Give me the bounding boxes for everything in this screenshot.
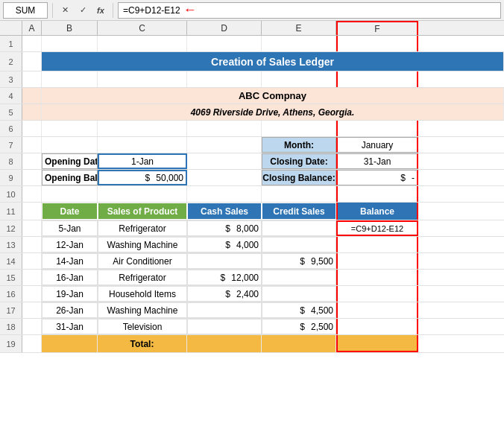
cell-a18[interactable] [22,319,42,334]
cell-product-18[interactable]: Television [98,319,187,334]
function-icon[interactable]: fx [93,3,108,18]
cell-date-12[interactable]: 5-Jan [42,220,98,236]
cell-cash-12[interactable]: $ 8,000 [187,220,262,236]
cell-product-12[interactable]: Refrigerator [98,220,187,236]
cell-f6[interactable] [336,121,418,136]
name-box[interactable]: SUM [3,2,48,19]
cell-month-val[interactable]: January [336,137,418,153]
cell-d9[interactable] [187,170,262,185]
cell-a15[interactable] [22,270,42,285]
cell-a10[interactable] [22,186,42,202]
cell-d3[interactable] [187,71,262,87]
cell-month-label[interactable]: Month: [262,137,336,153]
cell-f1[interactable] [336,36,418,51]
cell-h-product[interactable]: Sales of Product [98,203,187,220]
cell-e1[interactable] [262,36,336,51]
cell-c7[interactable] [98,137,187,153]
cell-open-date-val[interactable]: 1-Jan [98,153,187,169]
cell-b6[interactable] [42,121,98,136]
cell-f13[interactable] [336,237,418,252]
cell-b19[interactable] [42,335,98,352]
cell-credit-14[interactable]: $ 9,500 [262,253,336,269]
cell-cash-14[interactable] [187,253,262,269]
cell-product-17[interactable]: Washing Machine [98,302,187,318]
cell-d8[interactable] [187,153,262,169]
col-header-a[interactable]: A [22,21,42,35]
cell-date-18[interactable]: 31-Jan [42,319,98,334]
cell-a14[interactable] [22,253,42,269]
cell-h-credit[interactable]: Credit Sales [262,203,336,220]
cell-a2[interactable] [22,52,42,71]
cell-date-16[interactable]: 19-Jan [42,286,98,302]
cell-a4[interactable] [22,88,42,104]
col-header-e[interactable]: E [262,21,336,35]
cell-a12[interactable] [22,220,42,236]
col-header-d[interactable]: D [187,21,262,35]
cell-a17[interactable] [22,302,42,318]
cell-a16[interactable] [22,286,42,302]
cell-c10[interactable] [98,186,187,202]
cell-credit-17[interactable]: $ 4,500 [262,302,336,318]
cell-f15[interactable] [336,270,418,285]
cell-a8[interactable] [22,153,42,169]
cell-d10[interactable] [187,186,262,202]
cell-title[interactable]: Creation of Sales Ledger [42,52,504,71]
col-header-b[interactable]: B [42,21,98,35]
cell-cash-15[interactable]: $ 12,000 [187,270,262,285]
cell-product-15[interactable]: Refrigerator [98,270,187,285]
cell-cash-17[interactable] [187,302,262,318]
cell-f18[interactable] [336,319,418,334]
cell-b7[interactable] [42,137,98,153]
cell-a11[interactable] [22,203,42,220]
cell-formula-12[interactable]: =C9+D12-E12 [336,220,418,236]
cell-close-date-label[interactable]: Closing Date: [262,153,336,169]
cell-credit-13[interactable] [262,237,336,252]
cell-date-15[interactable]: 16-Jan [42,270,98,285]
cell-d7[interactable] [187,137,262,153]
cell-a19[interactable] [22,335,42,352]
formula-bar[interactable]: =C9+D12-E12 ← [118,2,501,19]
cell-d19[interactable] [187,335,262,352]
cell-a9[interactable] [22,170,42,185]
cell-product-14[interactable]: Air Conditioner [98,253,187,269]
cell-credit-15[interactable] [262,270,336,285]
cell-date-13[interactable]: 12-Jan [42,237,98,252]
cell-close-bal[interactable]: $ - [336,170,418,185]
cell-company[interactable]: ABC Compnay [42,88,504,104]
cell-e3[interactable] [262,71,336,87]
cell-cash-16[interactable]: $ 2,400 [187,286,262,302]
cell-h-cash[interactable]: Cash Sales [187,203,262,220]
cell-total-label[interactable]: Total: [98,335,187,352]
cell-credit-16[interactable] [262,286,336,302]
col-header-c[interactable]: C [98,21,187,35]
cell-product-13[interactable]: Washing Machine [98,237,187,252]
cell-b10[interactable] [42,186,98,202]
cell-f3[interactable] [336,71,418,87]
cell-a13[interactable] [22,237,42,252]
cell-d6[interactable] [187,121,262,136]
cell-f10[interactable] [336,186,418,202]
cell-address[interactable]: 4069 Riverside Drive, Athens, Georgia. [42,104,504,120]
cell-close-date-val[interactable]: 31-Jan [336,153,418,169]
cell-h-date[interactable]: Date [42,203,98,220]
cell-credit-18[interactable]: $ 2,500 [262,319,336,334]
cancel-icon[interactable]: ✕ [57,3,72,18]
col-header-f[interactable]: F [336,21,418,35]
cell-cash-13[interactable]: $ 4,000 [187,237,262,252]
cell-a6[interactable] [22,121,42,136]
cell-open-bal[interactable]: $ 50,000 [98,170,187,185]
cell-b3[interactable] [42,71,98,87]
cell-product-16[interactable]: Household Items [98,286,187,302]
cell-date-17[interactable]: 26-Jan [42,302,98,318]
cell-h-balance[interactable]: Balance [336,203,418,220]
cell-f14[interactable] [336,253,418,269]
cell-f19[interactable] [336,335,418,352]
cell-d1[interactable] [187,36,262,51]
cell-a5[interactable] [22,104,42,120]
cell-b1[interactable] [42,36,98,51]
cell-cash-18[interactable] [187,319,262,334]
cell-close-bal-label[interactable]: Closing Balance: [262,170,336,185]
cell-e19[interactable] [262,335,336,352]
cell-a7[interactable] [22,137,42,153]
cell-open-date-label[interactable]: Opening Date: [42,153,98,169]
